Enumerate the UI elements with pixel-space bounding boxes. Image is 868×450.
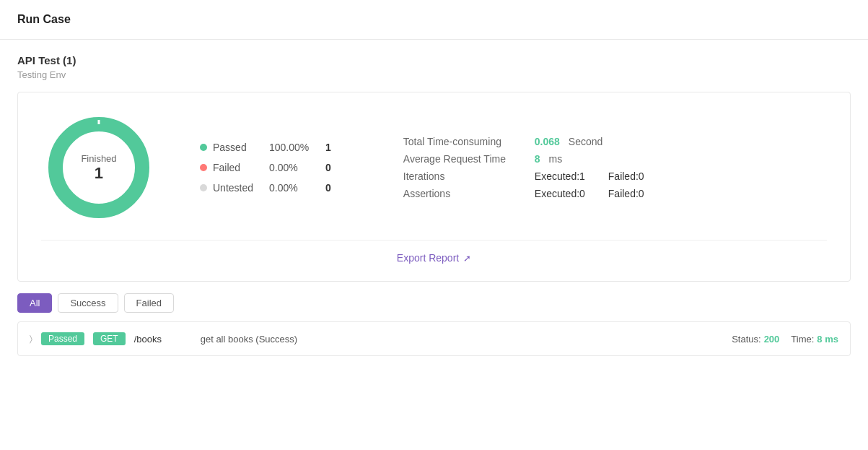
main-content: API Test (1) Testing Env Finished 1 bbox=[0, 40, 868, 371]
total-time-row: Total Time-consuming 0.068 Second bbox=[403, 136, 644, 147]
avg-request-row: Average Request Time 8 ms bbox=[403, 153, 644, 165]
iterations-executed: Executed:1 bbox=[535, 170, 600, 182]
filter-tabs: All Success Failed bbox=[17, 293, 851, 313]
donut-number: 1 bbox=[81, 164, 116, 183]
total-time-value: 0.068 bbox=[535, 136, 560, 147]
iterations-failed: Failed:0 bbox=[608, 170, 644, 182]
total-time-label: Total Time-consuming bbox=[403, 136, 526, 147]
avg-request-unit: ms bbox=[549, 153, 563, 165]
failed-label: Failed bbox=[213, 162, 263, 173]
failed-pct: 0.00% bbox=[269, 162, 320, 173]
assertions-row: Assertions Executed:0 Failed:0 bbox=[403, 188, 644, 199]
avg-request-value: 8 bbox=[535, 153, 540, 165]
status-code: 200 bbox=[764, 334, 780, 345]
result-description: get all books (Success) bbox=[201, 334, 723, 345]
result-item: 〉 Passed GET /books get all books (Succe… bbox=[18, 322, 850, 355]
page-title: Run Case bbox=[17, 13, 71, 25]
untested-dot bbox=[200, 184, 207, 191]
tab-success[interactable]: Success bbox=[58, 293, 118, 313]
legend: Passed 100.00% 1 Failed 0.00% 0 Untested… bbox=[200, 142, 331, 194]
method-get-badge: GET bbox=[93, 332, 126, 345]
iterations-label: Iterations bbox=[403, 170, 526, 182]
untested-label: Untested bbox=[213, 182, 263, 194]
tab-all[interactable]: All bbox=[17, 293, 52, 313]
result-list: 〉 Passed GET /books get all books (Succe… bbox=[17, 321, 851, 356]
api-env: Testing Env bbox=[17, 69, 851, 80]
result-path: /books bbox=[134, 334, 192, 345]
legend-item-failed: Failed 0.00% 0 bbox=[200, 162, 331, 173]
donut-chart: Finished 1 bbox=[41, 110, 157, 225]
summary-card: Finished 1 Passed 100.00% 1 Failed 0.00% bbox=[17, 92, 851, 282]
untested-count: 0 bbox=[325, 182, 331, 194]
export-report-link[interactable]: Export Report ➚ bbox=[397, 252, 471, 264]
tab-failed[interactable]: Failed bbox=[124, 293, 174, 313]
untested-pct: 0.00% bbox=[269, 182, 320, 194]
time-label: Time: bbox=[791, 334, 814, 345]
assertions-label: Assertions bbox=[403, 188, 526, 199]
passed-dot bbox=[200, 144, 207, 151]
chevron-right-icon[interactable]: 〉 bbox=[30, 334, 32, 344]
result-meta: Status: 200 Time: 8 ms bbox=[732, 334, 838, 345]
status-label: Status: bbox=[732, 334, 760, 345]
legend-item-untested: Untested 0.00% 0 bbox=[200, 182, 331, 194]
assertions-failed: Failed:0 bbox=[608, 188, 644, 199]
legend-item-passed: Passed 100.00% 1 bbox=[200, 142, 331, 153]
avg-request-label: Average Request Time bbox=[403, 153, 526, 165]
status-passed-badge: Passed bbox=[41, 332, 84, 345]
passed-label: Passed bbox=[213, 142, 263, 153]
export-row: Export Report ➚ bbox=[41, 240, 827, 264]
export-report-label: Export Report bbox=[397, 252, 459, 264]
failed-count: 0 bbox=[325, 162, 331, 173]
stats-panel: Total Time-consuming 0.068 Second Averag… bbox=[403, 136, 644, 199]
passed-pct: 100.00% bbox=[269, 142, 320, 153]
total-time-unit: Second bbox=[569, 136, 602, 147]
passed-count: 1 bbox=[325, 142, 331, 153]
api-title: API Test (1) bbox=[17, 54, 851, 66]
iterations-row: Iterations Executed:1 Failed:0 bbox=[403, 170, 644, 182]
page-header: Run Case bbox=[0, 0, 868, 40]
donut-label: Finished bbox=[81, 153, 116, 164]
export-icon: ➚ bbox=[463, 253, 471, 264]
time-value: 8 ms bbox=[817, 334, 838, 345]
assertions-executed: Executed:0 bbox=[535, 188, 600, 199]
failed-dot bbox=[200, 164, 207, 171]
